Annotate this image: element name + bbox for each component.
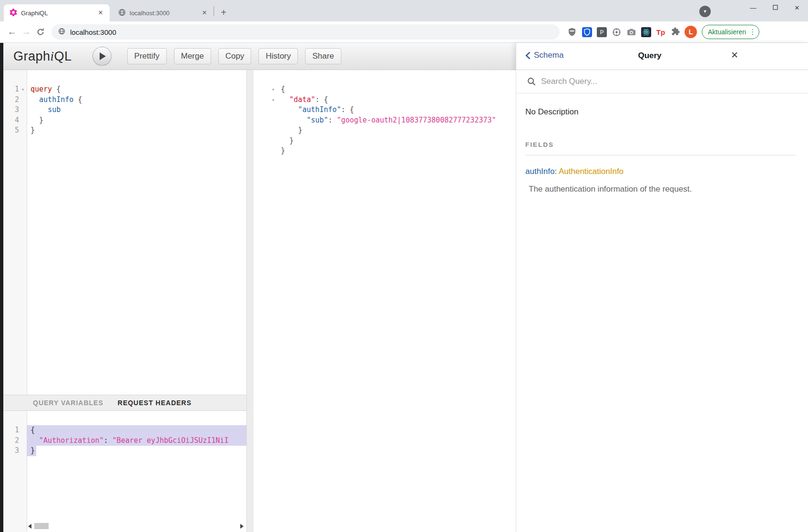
forward-icon[interactable]: → [19,25,33,39]
code-line[interactable]: 1{ [3,425,246,436]
doc-close-icon[interactable]: ✕ [728,50,741,61]
doc-search-input[interactable] [541,77,722,86]
tab-title: localhost:3000 [130,10,196,17]
tab-title: GraphiQL [21,10,92,17]
bitwarden-extension-icon[interactable] [581,26,593,38]
tab-separator [214,6,214,16]
tp-extension-icon[interactable]: Tp [655,26,666,38]
extensions-puzzle-icon[interactable] [670,26,681,38]
graphiql-main: GraphiQL Prettify Merge Copy History Sha… [3,43,516,532]
doc-content: No Description FIELDS authInfo: Authenti… [516,93,808,194]
p-extension-icon[interactable]: P [596,26,607,38]
doc-panel-title: Query [516,51,783,61]
browser-menu-icon[interactable]: ⋮ [749,28,756,36]
horizontal-scrollbar[interactable] [28,522,244,530]
browser-tabstrip: GraphiQL ✕ localhost:3000 ✕ + ▼ — ✕ [0,0,808,21]
code-line[interactable]: 1▾query { [3,84,246,95]
graphiql-app: GraphiQL Prettify Merge Copy History Sha… [0,43,808,532]
new-tab-button[interactable]: + [217,6,230,20]
code-line[interactable]: "authInfo": { [254,105,516,115]
code-line[interactable]: 4 } [3,115,246,126]
code-line[interactable]: } [254,125,516,136]
copy-button[interactable]: Copy [218,48,252,64]
fields-heading: FIELDS [525,141,797,148]
prettify-button[interactable]: Prettify [127,48,167,64]
search-icon [527,77,536,86]
type-description: No Description [525,107,797,117]
graphql-favicon-icon [10,9,17,18]
camera-extension-icon[interactable] [625,26,637,38]
code-line[interactable]: ▾{ [254,84,516,95]
update-browser-button[interactable]: Aktualisieren ⋮ [702,25,759,39]
request-headers-editor[interactable]: 1{2 "Authorization": "Bearer eyJhbGciOiJ… [3,411,246,532]
fields-divider [525,155,797,155]
code-line[interactable]: ▾ "data": { [254,95,516,105]
reload-icon[interactable] [33,25,48,39]
code-line[interactable]: } [254,136,516,146]
field-name-link[interactable]: authInfo [525,167,554,176]
move-target-extension-icon[interactable] [611,26,622,38]
history-button[interactable]: History [258,48,298,64]
merge-button[interactable]: Merge [174,48,211,64]
code-line[interactable]: } [254,146,516,156]
site-globe-icon [58,28,65,37]
profile-avatar[interactable]: L [685,26,697,38]
query-pane: 1▾query {2 authInfo {3 sub4 }5} QUERY VA… [3,70,246,532]
back-icon[interactable]: ← [5,25,19,39]
tab-close-icon[interactable]: ✕ [200,9,209,17]
tab-request-headers[interactable]: REQUEST HEADERS [118,399,192,407]
secondary-editor-tabs: QUERY VARIABLES REQUEST HEADERS [3,395,246,411]
address-bar[interactable]: localhost:3000 [51,24,560,40]
scroll-right-icon[interactable] [240,524,244,529]
extensions-area: P Tp L [566,26,697,38]
share-button[interactable]: Share [305,48,341,64]
doc-search-row [516,70,808,93]
scrollbar-thumb[interactable] [34,523,49,529]
window-edge-strip [0,43,3,532]
svg-text:P: P [600,29,603,36]
field-separator: : [554,167,559,176]
code-line[interactable]: 2 authInfo { [3,95,246,105]
graphiql-logo: GraphiQL [13,49,72,64]
browser-toolbar: ← → localhost:3000 P [0,21,808,43]
result-viewer[interactable]: ▾{▾ "data": { "authInfo": { "sub": "goog… [254,70,516,156]
ublock-extension-icon[interactable] [566,26,578,38]
doc-explorer-header: Schema Query ✕ [516,43,808,70]
globe-favicon-icon [118,9,126,18]
doc-explorer-panel: Schema Query ✕ No Description FIELDS aut… [516,43,808,532]
field-type-link[interactable]: AuthenticationInfo [559,167,624,176]
code-line[interactable]: 3} [3,446,246,456]
window-close-button[interactable]: ✕ [786,4,808,11]
address-url: localhost:3000 [70,28,116,36]
code-line[interactable]: 5} [3,125,246,136]
pane-resize-handle[interactable] [246,70,254,532]
result-pane: ▾{▾ "data": { "authInfo": { "sub": "goog… [254,70,516,532]
code-line[interactable]: 2 "Authorization": "Bearer eyJhbGciOiJSU… [3,436,246,446]
react-devtools-extension-icon[interactable] [640,26,652,38]
window-minimize-button[interactable]: — [742,4,764,11]
graphiql-topbar: GraphiQL Prettify Merge Copy History Sha… [3,43,516,70]
field-description: The authentication information of the re… [525,184,797,194]
tab-query-variables[interactable]: QUERY VARIABLES [33,399,103,407]
scroll-left-icon[interactable] [28,524,31,529]
download-status-icon[interactable]: ▼ [699,6,711,17]
code-line[interactable]: 3 sub [3,105,246,115]
browser-tab-localhost[interactable]: localhost:3000 ✕ [113,4,214,21]
query-editor[interactable]: 1▾query {2 authInfo {3 sub4 }5} [3,70,246,395]
field-entry: authInfo: AuthenticationInfo [525,167,797,176]
update-browser-label: Aktualisieren [708,28,746,36]
tab-close-icon[interactable]: ✕ [96,9,105,17]
code-line[interactable]: "sub": "google-oauth2|108377380082777232… [254,115,516,126]
browser-tab-graphiql[interactable]: GraphiQL ✕ [4,4,110,21]
play-icon [100,52,106,60]
execute-query-button[interactable] [92,47,112,66]
window-maximize-button[interactable] [764,4,786,11]
